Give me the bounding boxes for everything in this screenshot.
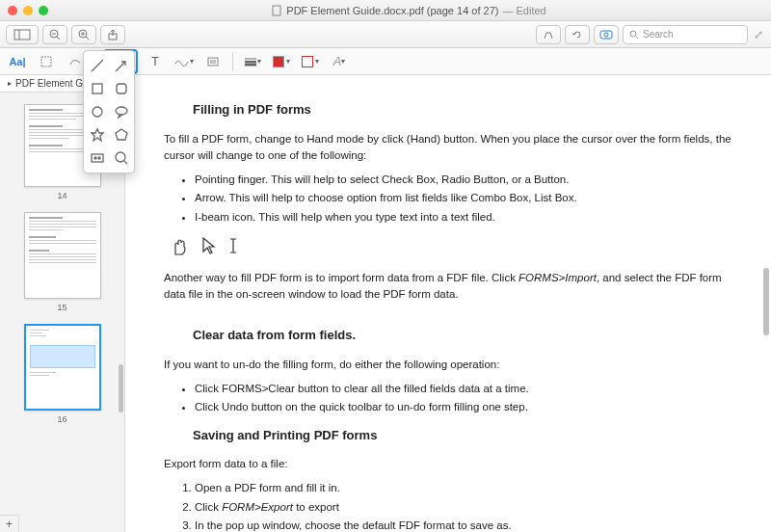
paragraph: To fill a PDF form, change to Hand mode … <box>164 131 744 165</box>
svg-marker-32 <box>116 129 127 140</box>
arrow-shape[interactable] <box>112 57 130 74</box>
paragraph: Export form data to a file: <box>164 456 744 472</box>
svg-marker-31 <box>92 129 103 141</box>
svg-point-36 <box>116 152 125 162</box>
main-toolbar: Search ⤢ <box>0 21 771 48</box>
selection-button[interactable] <box>35 51 58 72</box>
highlight-button[interactable] <box>536 25 561 44</box>
list-item: Open a PDF form and fill it in. <box>195 480 744 496</box>
svg-rect-0 <box>273 6 280 15</box>
close-icon[interactable] <box>8 6 17 15</box>
rounded-square-shape[interactable] <box>112 80 130 97</box>
zoom-in-button[interactable] <box>71 25 96 44</box>
heading-saving: Saving and Printing PDF forms <box>193 426 744 445</box>
heading-clear: Clear data from form fields. <box>193 326 744 345</box>
svg-rect-1 <box>14 30 30 40</box>
search-input[interactable]: Search <box>623 25 748 44</box>
minimize-icon[interactable] <box>23 6 33 15</box>
edited-label: — Edited <box>502 5 545 16</box>
rotate-button[interactable] <box>565 25 590 44</box>
mask-shape[interactable] <box>88 149 106 167</box>
svg-point-13 <box>604 33 608 37</box>
cursor-illustrations <box>170 235 744 256</box>
page-thumbnail[interactable] <box>24 212 101 299</box>
fill-color-button[interactable]: ▾ <box>299 51 322 72</box>
search-icon <box>629 30 639 40</box>
svg-line-26 <box>116 62 125 71</box>
svg-line-4 <box>57 37 60 40</box>
border-color-button[interactable]: ▾ <box>270 51 293 72</box>
window-title: PDF Element Guide.docx.pdf (page 14 of 2… <box>54 5 763 16</box>
text-button[interactable]: T <box>144 51 167 72</box>
polygon-shape[interactable] <box>112 126 130 144</box>
title-text: PDF Element Guide.docx.pdf (page 14 of 2… <box>286 5 498 16</box>
svg-rect-16 <box>41 57 51 66</box>
zoom-icon[interactable] <box>39 6 48 15</box>
sidebar-toggle-button[interactable] <box>6 25 39 44</box>
bullet-list: Click FORMS>Clear button to clear all th… <box>195 381 744 416</box>
bullet-list: Pointing finger. This will help to selec… <box>195 172 744 226</box>
circle-shape[interactable] <box>88 103 106 120</box>
svg-point-30 <box>116 107 127 115</box>
content-scrollbar[interactable] <box>763 268 769 335</box>
svg-point-14 <box>630 31 636 37</box>
expand-icon[interactable]: ⤢ <box>752 28 765 41</box>
svg-rect-33 <box>92 154 103 162</box>
svg-line-15 <box>636 37 638 39</box>
square-shape[interactable] <box>88 80 106 97</box>
star-shape[interactable] <box>88 126 106 144</box>
list-item: Click FORM>Export to export <box>195 499 744 516</box>
page-number: 15 <box>0 303 124 312</box>
svg-rect-19 <box>208 58 218 66</box>
note-button[interactable] <box>201 51 225 72</box>
svg-rect-27 <box>93 84 102 93</box>
svg-point-35 <box>98 157 100 159</box>
page-thumbnail-selected[interactable] <box>24 324 101 411</box>
ibeam-cursor-icon <box>227 235 239 256</box>
svg-line-37 <box>124 161 127 164</box>
zoom-out-button[interactable] <box>42 25 67 44</box>
line-style-button[interactable]: ▾ <box>241 51 264 72</box>
svg-rect-12 <box>600 31 612 39</box>
text-format-button[interactable]: A▾ <box>328 51 351 72</box>
search-placeholder: Search <box>643 29 674 40</box>
markup-button[interactable] <box>594 25 619 44</box>
share-button[interactable] <box>100 25 125 44</box>
svg-point-34 <box>94 157 96 159</box>
svg-point-29 <box>93 107 102 117</box>
list-item: I-beam icon. This will help when you typ… <box>195 209 744 226</box>
titlebar: PDF Element Guide.docx.pdf (page 14 of 2… <box>0 0 771 21</box>
window-controls <box>8 6 48 15</box>
list-item: Pointing finger. This will help to selec… <box>195 172 744 188</box>
sign-button[interactable]: ▾ <box>173 51 196 72</box>
add-page-button[interactable]: + <box>0 515 19 532</box>
list-item: In the pop up window, choose the default… <box>195 518 744 532</box>
page-number: 14 <box>0 191 124 200</box>
page-number: 16 <box>0 414 124 424</box>
text-style-button[interactable]: Aa| <box>6 51 29 72</box>
heading-filling: Filling in PDF forms <box>193 100 744 120</box>
svg-line-7 <box>86 37 89 40</box>
numbered-list: Open a PDF form and fill it in. Click FO… <box>195 480 744 532</box>
loupe-shape[interactable] <box>112 149 130 167</box>
line-shape[interactable] <box>88 57 106 74</box>
svg-line-25 <box>92 60 103 71</box>
paragraph: Another way to fill PDF form is to impor… <box>164 270 744 304</box>
hand-cursor-icon <box>170 235 189 256</box>
svg-rect-28 <box>117 84 126 93</box>
paragraph: If you want to un-do the filling form, d… <box>164 357 744 373</box>
arrow-cursor-icon <box>200 235 216 256</box>
list-item: Click Undo button on the quick toolbar t… <box>195 399 744 415</box>
document-content: Filling in PDF forms To fill a PDF form,… <box>125 75 771 532</box>
shapes-popup <box>83 50 135 173</box>
sidebar-scrollbar[interactable] <box>119 364 123 412</box>
speech-bubble-shape[interactable] <box>112 103 130 120</box>
document-icon <box>271 5 282 16</box>
list-item: Arrow. This will help to choose option f… <box>195 190 744 206</box>
list-item: Click FORMS>Clear button to clear all th… <box>195 381 744 397</box>
